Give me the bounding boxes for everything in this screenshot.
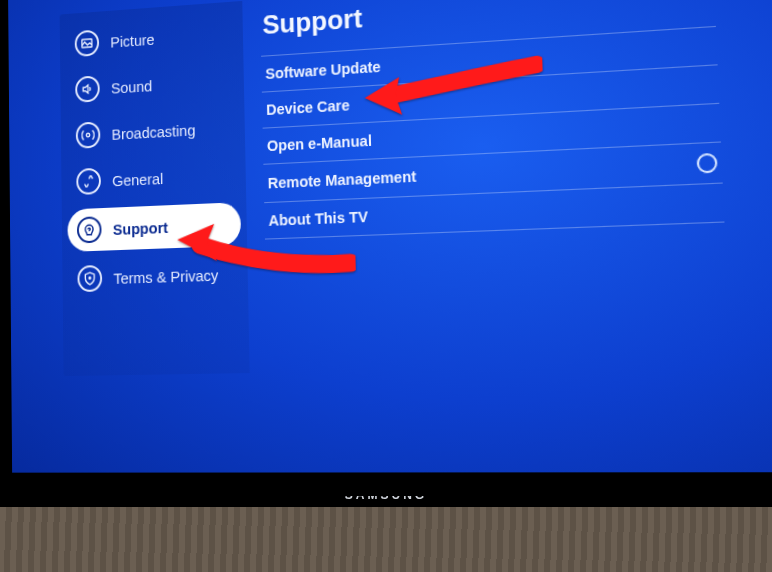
settings-sidebar: Picture Sound Broadcasting [60, 1, 250, 376]
sidebar-item-label: Sound [111, 77, 152, 97]
broadcasting-icon [76, 121, 101, 148]
picture-icon [75, 30, 100, 58]
row-label: Open e-Manual [267, 132, 372, 154]
privacy-icon [77, 265, 102, 292]
support-icon [77, 216, 102, 243]
sound-icon [75, 75, 100, 102]
sidebar-item-label: General [112, 169, 163, 189]
row-label: Device Care [266, 97, 350, 118]
toggle-ring-icon[interactable] [696, 153, 717, 174]
row-label: Remote Management [268, 168, 417, 192]
settings-main: Support Software Update Device Care Open… [242, 0, 742, 373]
settings-panel: Picture Sound Broadcasting [60, 0, 743, 376]
svg-point-1 [86, 133, 89, 137]
tv-brand-logo: SAMSUNG [345, 488, 427, 502]
tv-screen: Picture Sound Broadcasting [8, 0, 772, 473]
general-icon [76, 168, 101, 195]
sidebar-item-label: Picture [110, 30, 154, 50]
annotation-arrow-support [175, 212, 356, 295]
svg-point-2 [89, 277, 91, 279]
sidebar-item-general[interactable]: General [61, 150, 246, 206]
sidebar-item-label: Support [113, 218, 168, 238]
annotation-arrow-device-care [364, 55, 545, 133]
sidebar-item-label: Broadcasting [111, 121, 195, 143]
